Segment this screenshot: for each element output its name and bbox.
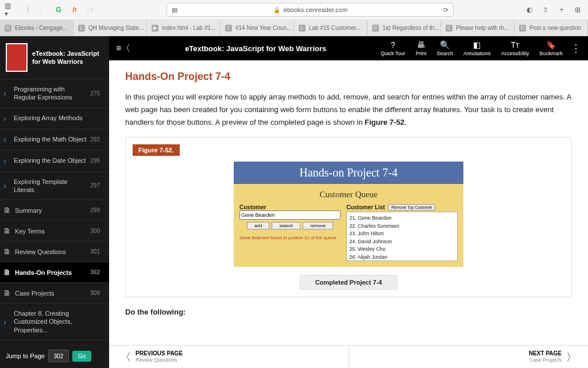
toc-item[interactable]: 🗎Case Projects309 <box>0 282 109 303</box>
more-icon[interactable]: ⋮ <box>571 42 581 55</box>
fig-list-item: 22. Charles Sorensen <box>349 223 455 231</box>
sidebar: eTextbook: JavaScript for Web Warriors ›… <box>0 36 109 368</box>
project-heading: Hands-On Project 7-4 <box>125 71 572 83</box>
fig-customer-input <box>239 210 341 220</box>
tab-label: #14 New Year Coun... <box>235 25 291 31</box>
tab-label: 1a) Regardless of th... <box>382 25 439 31</box>
favicon: C <box>519 25 526 32</box>
shield-icon[interactable]: ◐ <box>524 4 535 16</box>
toc-item[interactable]: ›Exploring the Math Object292 <box>0 129 109 150</box>
fig-banner: Hands-on Project 7-4 <box>234 162 463 184</box>
toc-item[interactable]: ›Exploring Array Methods <box>0 108 109 129</box>
plus-icon[interactable]: + <box>556 4 567 16</box>
tab-label: Lab #15 Customer... <box>309 25 361 31</box>
toc-item[interactable]: ›Exploring the Date Object295 <box>0 150 109 171</box>
favicon: L <box>225 25 232 32</box>
favicon: C <box>5 25 11 32</box>
fig-list-item: 21. Gene Bearden <box>349 214 455 223</box>
fig-search-button: search <box>272 222 300 229</box>
toolbar-bookmark[interactable]: 🔖Bookmark <box>539 40 563 56</box>
fig-list-item: 25. Wesley Cho <box>349 246 455 254</box>
figure-image: Hands-on Project 7-4 Customer Queue Cust… <box>234 162 463 267</box>
toc-item[interactable]: ›Chapter 9. Managing State Information a… <box>0 340 109 344</box>
toc-label: Hands-On Projects <box>13 269 90 277</box>
url-bar[interactable]: ▤ 🔒 ebooks.cenreader.com ⟳ <box>167 3 454 17</box>
toc-page: 301 <box>90 248 106 255</box>
toc-item[interactable]: 🗎Hands-On Projects302 <box>0 262 109 282</box>
pager: 〈 PREVIOUS PAGE Review Questions NEXT PA… <box>109 345 588 368</box>
fig-customer-list: 21. Gene Bearden22. Charles Sorensen23. … <box>346 212 458 261</box>
accessibility-icon: Tт <box>510 40 519 49</box>
lock-icon: 🔒 <box>273 7 280 13</box>
toc-label: Programming with Regular Expressions <box>11 85 90 102</box>
grammarly-icon[interactable]: G <box>53 4 64 16</box>
toc-page: 297 <box>90 182 106 189</box>
toc-label: Summary <box>13 206 90 214</box>
toc-item[interactable]: ›Chapter 8. Creating Customized Objects,… <box>0 303 109 340</box>
toc-item[interactable]: 🗎Review Questions301 <box>0 241 109 262</box>
toc-page: 295 <box>90 158 106 164</box>
ext-icon[interactable]: |✦ <box>85 4 96 16</box>
browser-tab[interactable]: L#14 New Year Coun... <box>220 20 294 36</box>
reader-icon: ▤ <box>172 6 177 14</box>
toolbar-search[interactable]: 🔍Search <box>436 40 453 56</box>
toc-page: 299 <box>90 207 106 213</box>
toolbar-quick-tour[interactable]: ?Quick Tour <box>381 40 405 56</box>
favicon: L <box>78 25 85 32</box>
browser-tab[interactable]: CPlease help with th... <box>441 20 514 36</box>
browser-tab[interactable]: LQH Managing State... <box>74 20 147 36</box>
favicon: C <box>446 25 452 32</box>
share-icon[interactable]: ⇪ <box>540 4 551 16</box>
favicon: ▶ <box>152 25 158 32</box>
annotations-icon: ◧ <box>473 40 481 49</box>
tab-label: Post a new question <box>529 25 581 31</box>
toc-label: Exploring the Math Object <box>11 135 90 143</box>
forward-icon[interactable]: 〉 <box>37 4 48 16</box>
toolbar-accessibility[interactable]: TтAccessibility <box>501 40 529 56</box>
chevron-right-icon: › <box>3 181 11 190</box>
reader-toolbar: ≡〈 eTextbook: JavaScript for Web Warrior… <box>109 36 588 60</box>
toc-page: 302 <box>90 269 106 275</box>
toc-label: Case Projects <box>13 289 90 297</box>
browser-tab[interactable]: LLab #15 Customer... <box>294 20 368 36</box>
toolbar-annotations[interactable]: ◧Annotations <box>463 40 491 56</box>
reload-icon[interactable]: ⟳ <box>443 6 448 14</box>
figure-tag: Figure 7-52. <box>133 144 180 156</box>
toc-item[interactable]: 🗎Summary299 <box>0 200 109 220</box>
toc-label: Review Questions <box>13 248 90 256</box>
book-thumbnail[interactable] <box>6 43 28 72</box>
honey-icon[interactable]: h <box>69 4 80 16</box>
jump-go-button[interactable]: Go <box>72 351 91 362</box>
back-icon[interactable]: 〈 <box>21 4 32 16</box>
fig-list-item: 23. John Hilton <box>349 230 455 238</box>
fig-list-label: Customer List <box>346 204 385 210</box>
tab-label: index.html - Lab #1... <box>162 25 215 31</box>
main-area: ≡〈 eTextbook: JavaScript for Web Warrior… <box>109 36 588 368</box>
browser-tabs: CEbooks - Cengage...LQH Managing State..… <box>0 20 588 36</box>
toc-label: Exploring Template Literals <box>11 178 90 194</box>
browser-tab[interactable]: CEbooks - Cengage... <box>0 20 74 36</box>
fig-list-item: 26. Alijah Jordan <box>349 254 455 262</box>
previous-page-button[interactable]: 〈 PREVIOUS PAGE Review Questions <box>109 346 349 368</box>
fig-customer-label: Customer <box>239 204 266 210</box>
fig-list-item: 24. David Johnson <box>349 238 455 246</box>
document-icon: 🗎 <box>3 268 13 277</box>
toc-item[interactable]: ›Programming with Regular Expressions275 <box>0 79 109 108</box>
favicon: L <box>299 25 305 32</box>
jump-input[interactable] <box>48 350 69 362</box>
browser-tab[interactable]: ▶index.html - Lab #1... <box>147 20 220 36</box>
toolbar-print[interactable]: 🖶Print <box>416 40 427 56</box>
toc-item[interactable]: 🗎Key Terms300 <box>0 220 109 241</box>
toc-item[interactable]: ›Exploring Template Literals297 <box>0 171 109 200</box>
jump-to-page: Jump to Page Go <box>0 344 109 368</box>
tabs-icon[interactable]: ⊞ <box>572 4 583 16</box>
document-icon: 🗎 <box>3 227 13 235</box>
figure-box: Figure 7-52. Hands-on Project 7-4 Custom… <box>125 137 572 297</box>
collapse-sidebar-icon[interactable]: ≡〈 <box>116 43 130 55</box>
browser-tab[interactable]: CPost a new question <box>514 20 588 36</box>
sidebar-toggle-icon[interactable]: ▥ ▾ <box>5 4 16 16</box>
figure-caption: Completed Project 7-4 <box>300 275 397 290</box>
next-page-button[interactable]: NEXT PAGE Case Projects 〉 <box>349 346 589 368</box>
browser-tab[interactable]: C1a) Regardless of th... <box>368 20 441 36</box>
tab-label: Ebooks - Cengage... <box>15 25 67 31</box>
